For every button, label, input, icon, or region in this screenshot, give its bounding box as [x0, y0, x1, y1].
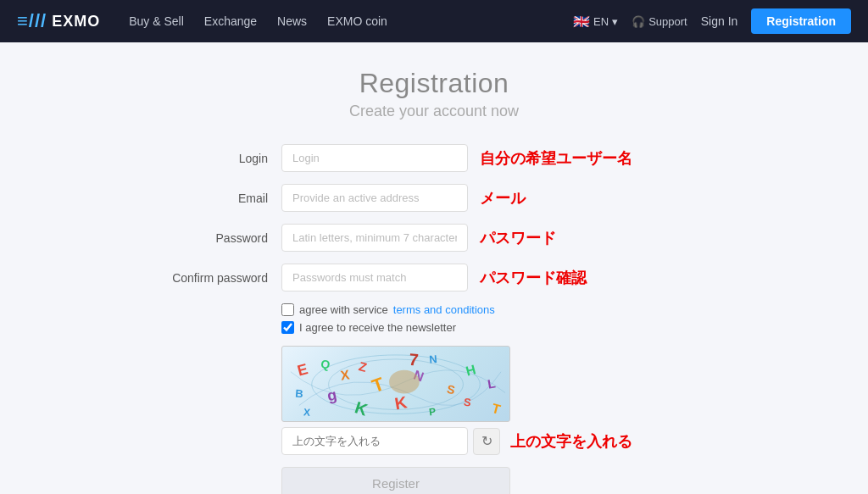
nav-exmo-coin[interactable]: EXMO coin: [327, 14, 387, 29]
nav-buy-sell[interactable]: Buy & Sell: [129, 14, 184, 29]
confirm-label: Confirm password: [154, 271, 281, 285]
svg-text:K: K: [393, 392, 409, 413]
email-annotation: メール: [480, 188, 526, 208]
svg-text:E: E: [296, 360, 310, 379]
svg-text:X: X: [340, 367, 351, 382]
captcha-refresh-button[interactable]: ↻: [473, 428, 500, 455]
password-label: Password: [154, 231, 281, 245]
language-selector[interactable]: 🇬🇧 EN ▾: [573, 14, 618, 30]
email-label: Email: [154, 191, 281, 205]
svg-text:7: 7: [409, 350, 420, 369]
nav-news[interactable]: News: [277, 14, 307, 29]
navbar: ≡/// EXMO Buy & Sell Exchange News EXMO …: [0, 0, 868, 42]
svg-text:B: B: [295, 387, 304, 401]
captcha-image: E Q X B g Z T K K N N S H S L X P: [281, 346, 510, 422]
terms-link[interactable]: terms and conditions: [393, 303, 495, 316]
confirm-annotation: パスワード確認: [480, 268, 587, 288]
flag-icon: 🇬🇧: [573, 14, 590, 30]
terms-row: agree with service terms and conditions: [281, 303, 714, 316]
login-input[interactable]: [281, 144, 468, 172]
email-input[interactable]: [281, 184, 468, 212]
refresh-icon: ↻: [481, 433, 492, 449]
nav-links: Buy & Sell Exchange News EXMO coin: [129, 14, 387, 29]
captcha-annotation: 上の文字を入れる: [510, 431, 632, 452]
nav-right: 🇬🇧 EN ▾ 🎧 Support Sign In Registration: [573, 8, 851, 34]
svg-text:X: X: [303, 406, 311, 419]
signin-button[interactable]: Sign In: [701, 14, 738, 28]
password-annotation: パスワード: [480, 228, 556, 248]
main-content: Registration Create your account now Log…: [0, 42, 868, 494]
svg-text:Z: Z: [358, 359, 369, 375]
registration-form: Login 自分の希望ユーザー名 Email メール Password パスワー…: [154, 144, 714, 494]
svg-text:T: T: [490, 401, 502, 417]
svg-text:L: L: [487, 376, 497, 391]
captcha-input[interactable]: [281, 427, 468, 455]
logo-icon: ≡///: [17, 10, 47, 32]
newsletter-text: I agree to receive the newsletter: [299, 321, 456, 334]
password-row: Password パスワード: [154, 224, 714, 252]
svg-text:N: N: [429, 352, 438, 366]
chevron-down-icon: ▾: [612, 15, 618, 28]
login-row: Login 自分の希望ユーザー名: [154, 144, 714, 172]
support-button[interactable]: 🎧 Support: [632, 15, 687, 28]
submit-section: Register: [281, 467, 714, 494]
login-label: Login: [154, 152, 281, 165]
registration-button[interactable]: Registration: [751, 8, 851, 34]
password-input[interactable]: [281, 224, 468, 252]
logo-text: EXMO: [52, 13, 100, 31]
svg-text:H: H: [465, 362, 477, 378]
newsletter-row: I agree to receive the newsletter: [281, 321, 714, 334]
svg-text:S: S: [463, 396, 472, 409]
svg-text:S: S: [446, 382, 456, 397]
confirm-password-row: Confirm password パスワード確認: [154, 264, 714, 291]
page-subtitle: Create your account now: [349, 103, 519, 120]
headset-icon: 🎧: [632, 15, 645, 28]
lang-label: EN: [593, 15, 609, 28]
svg-text:P: P: [428, 405, 437, 418]
svg-point-20: [389, 370, 420, 394]
captcha-section: E Q X B g Z T K K N N S H S L X P: [281, 346, 714, 455]
register-button[interactable]: Register: [281, 467, 510, 494]
confirm-password-input[interactable]: [281, 264, 468, 291]
email-row: Email メール: [154, 184, 714, 212]
login-annotation: 自分の希望ユーザー名: [480, 148, 632, 169]
terms-checkbox[interactable]: [281, 303, 294, 316]
svg-text:Q: Q: [320, 357, 331, 372]
captcha-input-row: ↻ 上の文字を入れる: [281, 427, 714, 455]
terms-text: agree with service: [299, 303, 388, 316]
logo[interactable]: ≡/// EXMO: [17, 10, 100, 32]
svg-text:K: K: [353, 397, 370, 419]
checkbox-section: agree with service terms and conditions …: [281, 303, 714, 334]
page-title: Registration: [359, 68, 509, 99]
newsletter-checkbox[interactable]: [281, 321, 294, 334]
nav-exchange[interactable]: Exchange: [204, 14, 257, 29]
